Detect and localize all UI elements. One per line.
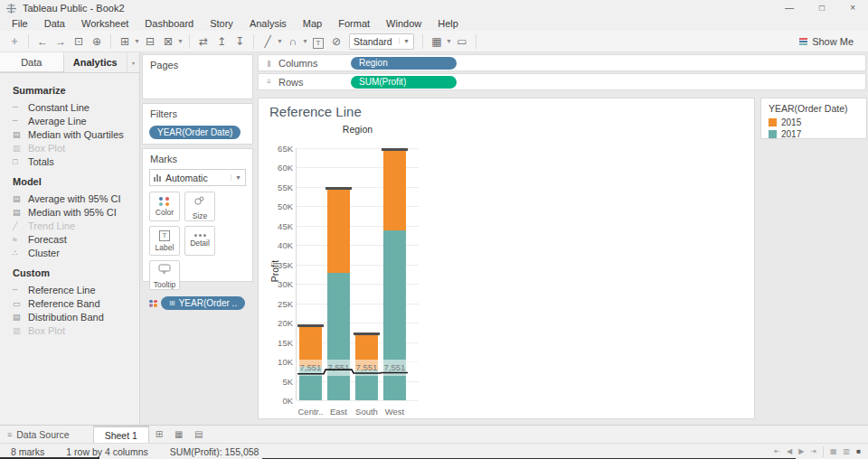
- view-mode-select[interactable]: Standard▼: [349, 33, 414, 50]
- chevron-down-icon[interactable]: ▼: [134, 38, 141, 44]
- show-hide-cards-icon[interactable]: ▦: [428, 32, 446, 52]
- marks-button-tooltip[interactable]: Tooltip: [149, 260, 180, 290]
- marks-label: Marks: [143, 149, 252, 167]
- legend-item-2017[interactable]: 2017: [769, 128, 866, 140]
- marks-button-color[interactable]: Color: [149, 192, 180, 221]
- menu-dashboard[interactable]: Dashboard: [137, 16, 202, 31]
- pill-label: SUM(Profit): [359, 77, 406, 87]
- legend-item-2015[interactable]: 2015: [769, 117, 866, 128]
- analytics-item-box-plot: ▥Box Plot: [0, 141, 139, 155]
- filmstrip-view-icon[interactable]: ▥: [844, 447, 851, 455]
- sheet-view-icon[interactable]: ■: [856, 447, 861, 455]
- next-record-icon[interactable]: ▶: [798, 447, 804, 455]
- legend-swatch: [769, 130, 777, 138]
- y-axis-tick-label: 55K: [260, 183, 293, 192]
- marks-button-detail[interactable]: Detail: [184, 226, 215, 256]
- close-button[interactable]: ×: [850, 1, 855, 15]
- sheet-tab-sheet-1[interactable]: Sheet 1: [93, 426, 149, 443]
- last-record-icon[interactable]: ⇥: [810, 447, 816, 455]
- menu-story[interactable]: Story: [202, 16, 241, 31]
- redo-icon[interactable]: →: [52, 32, 70, 52]
- new-worksheet-tab-icon[interactable]: ⊞: [149, 426, 169, 443]
- previous-record-icon[interactable]: ◀: [787, 447, 792, 455]
- analytics-item-reference-band[interactable]: ▭Reference Band: [0, 296, 139, 310]
- field-pill[interactable]: SUM(Profit): [351, 76, 457, 89]
- chevron-down-icon[interactable]: ▼: [177, 38, 184, 44]
- new-data-source-icon[interactable]: ⊕: [88, 32, 106, 52]
- analytics-item-label: Median with Quartiles: [28, 129, 124, 140]
- menu-file[interactable]: File: [4, 16, 36, 31]
- group-members-icon[interactable]: ∩: [284, 32, 302, 52]
- menu-format[interactable]: Format: [330, 16, 378, 31]
- chevron-down-icon[interactable]: ▼: [302, 38, 309, 44]
- y-axis-tick-label: 45K: [260, 221, 293, 231]
- analytics-item-median-with-quartiles[interactable]: ▤Median with Quartiles: [0, 127, 139, 141]
- marks-card: Marks Automatic ▼ ColorSizeTLabelDetailT…: [142, 148, 253, 282]
- window-controls: —□×: [785, 1, 863, 15]
- chevron-down-icon: ▼: [231, 174, 241, 181]
- clear-sheet-icon[interactable]: ⊠: [159, 32, 177, 52]
- undo-icon[interactable]: ←: [33, 32, 52, 52]
- field-pill[interactable]: ⊞YEAR(Order ..: [161, 296, 245, 310]
- tab-analytics[interactable]: Analytics: [64, 52, 127, 72]
- analytics-item-constant-line[interactable]: ┄Constant Line: [0, 100, 139, 114]
- average-ci-icon: ▤: [13, 194, 28, 203]
- detail-icon: [194, 234, 206, 237]
- menu-window[interactable]: Window: [378, 16, 429, 31]
- tableau-logo-icon[interactable]: +: [5, 32, 24, 52]
- menu-help[interactable]: Help: [429, 16, 467, 31]
- pill-label: YEAR(Order ..: [179, 298, 237, 308]
- analytics-item-distribution-band[interactable]: ▤Distribution Band: [0, 310, 139, 323]
- field-pill[interactable]: YEAR(Order Date): [149, 126, 241, 139]
- analytics-item-label: Median with 95% CI: [28, 207, 117, 218]
- analytics-item-average-with-95-ci[interactable]: ▤Average with 95% CI: [0, 192, 139, 205]
- marks-button-label[interactable]: TLabel: [149, 226, 180, 256]
- marks-button-label: Label: [156, 243, 175, 252]
- sidebar-pin-icon[interactable]: ▾: [127, 52, 139, 72]
- menu-worksheet[interactable]: Worksheet: [73, 16, 137, 31]
- minimize-button[interactable]: —: [785, 1, 794, 15]
- menu-data[interactable]: Data: [36, 16, 73, 31]
- size-icon: [193, 193, 206, 210]
- field-pill[interactable]: Region: [351, 57, 457, 70]
- menu-analysis[interactable]: Analysis: [241, 16, 295, 31]
- forecast-icon: ≈: [13, 235, 28, 244]
- duplicate-sheet-icon[interactable]: ⊟: [141, 32, 159, 52]
- tab-data[interactable]: Data: [0, 52, 64, 72]
- marks-button-size[interactable]: Size: [184, 192, 215, 221]
- first-record-icon[interactable]: ⇤: [774, 447, 780, 455]
- sort-descending-icon[interactable]: ↧: [231, 32, 249, 52]
- show-me-button[interactable]: Show Me: [799, 36, 863, 47]
- new-worksheet-icon[interactable]: ⊞: [116, 32, 134, 52]
- reference-line[interactable]: [293, 98, 422, 406]
- analytics-item-totals[interactable]: □Totals: [0, 155, 139, 168]
- swap-rows-columns-icon[interactable]: ⇄: [194, 32, 212, 52]
- fix-axes-icon[interactable]: ⊘: [327, 32, 345, 52]
- new-dashboard-tab-icon[interactable]: ▦: [169, 426, 189, 443]
- menu-map[interactable]: Map: [295, 16, 330, 31]
- data-source-tab[interactable]: ≡ Data Source: [0, 426, 93, 443]
- analytics-item-average-line[interactable]: ┄Average Line: [0, 114, 139, 127]
- highlight-icon[interactable]: ╱: [259, 32, 277, 52]
- analytics-item-median-with-95-ci[interactable]: ▤Median with 95% CI: [0, 205, 139, 219]
- analytics-item-label: Average Line: [28, 116, 87, 126]
- mark-type-select[interactable]: Automatic ▼: [149, 169, 246, 186]
- toolbar-separator: [422, 34, 423, 49]
- grid-view-icon[interactable]: ▦: [830, 447, 837, 455]
- analytics-item-cluster[interactable]: ∴Cluster: [0, 246, 139, 259]
- box-plot-icon: ▥: [13, 144, 28, 153]
- show-mark-labels-icon[interactable]: T: [309, 32, 327, 52]
- chevron-down-icon[interactable]: ▼: [277, 38, 284, 44]
- analytics-item-forecast[interactable]: ≈Forecast: [0, 232, 139, 246]
- save-icon[interactable]: ⊡: [70, 32, 88, 52]
- sort-ascending-icon[interactable]: ↥: [212, 32, 231, 52]
- new-story-tab-icon[interactable]: ▤: [189, 426, 209, 443]
- presentation-mode-icon[interactable]: ▭: [453, 32, 471, 52]
- chevron-down-icon[interactable]: ▼: [446, 38, 453, 44]
- restore-button[interactable]: □: [819, 1, 825, 15]
- rows-icon: ≡: [262, 78, 275, 86]
- pages-card: Pages: [142, 54, 253, 99]
- bar-chart-icon: [154, 174, 161, 182]
- analytics-item-reference-line[interactable]: ┄Reference Line: [0, 283, 139, 296]
- analytics-item-label: Box Plot: [28, 325, 65, 336]
